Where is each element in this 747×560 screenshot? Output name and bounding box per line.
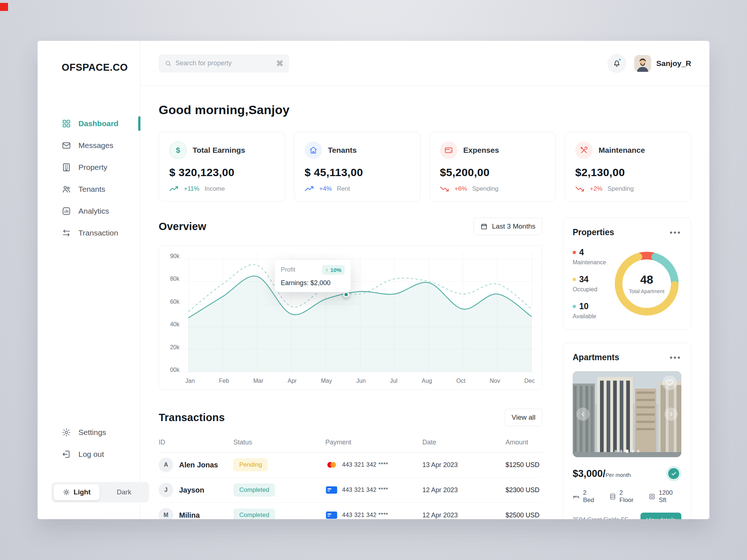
sidebar-item-label: Analytics <box>78 207 109 215</box>
row-payment: 443 321 342 **** <box>342 487 388 493</box>
chart-plot: Profit ↑10% Earnings: $2,000 <box>184 253 536 373</box>
theme-dark-label: Dark <box>117 488 131 496</box>
feature-beds: 2 Bed <box>573 489 599 504</box>
chevron-right-icon <box>668 411 674 417</box>
legend-dot <box>573 251 576 254</box>
sidebar-item-dashboard[interactable]: Dashboard <box>38 113 140 135</box>
more-options-icon[interactable]: ••• <box>670 356 681 359</box>
table-row[interactable]: A Alen Jonas Pending 443 321 342 **** 13… <box>159 452 542 478</box>
x-tick-label: Oct <box>456 378 465 384</box>
view-details-button[interactable]: View details <box>640 513 681 519</box>
y-tick-label: 20k <box>170 344 179 351</box>
dollar-icon: $ <box>169 141 187 159</box>
row-date: 12 Apr 2023 <box>422 512 506 519</box>
notifications-button[interactable] <box>607 54 626 73</box>
sidebar-item-label: Settings <box>78 428 106 437</box>
sidebar-item-messages[interactable]: Messages <box>38 135 140 156</box>
carousel-next-button[interactable] <box>665 408 678 421</box>
row-amount: $2300 USD <box>506 486 542 494</box>
search-icon <box>165 60 172 67</box>
status-badge: Completed <box>233 509 275 519</box>
apartments-title: Apartments <box>573 353 619 362</box>
search-input[interactable] <box>175 59 272 67</box>
trend-up-icon <box>169 186 180 192</box>
row-name: Milina <box>179 511 200 520</box>
view-all-button[interactable]: View all <box>505 409 542 426</box>
stat-value: $2,130,00 <box>575 166 681 179</box>
carousel-dot[interactable] <box>632 450 634 452</box>
stat-value: $ 320,123,00 <box>169 166 275 179</box>
properties-donut: 48 Total Apartment <box>612 249 681 318</box>
heart-icon <box>666 379 673 386</box>
row-payment: 443 321 342 **** <box>342 462 388 468</box>
trend-down-icon <box>440 186 451 192</box>
sun-icon <box>63 489 70 496</box>
carousel-dot[interactable] <box>620 450 623 452</box>
carousel-dot[interactable] <box>626 450 629 453</box>
wallet-card-icon <box>440 141 457 159</box>
transactions-section: Transactions View all ID Status Payment … <box>159 409 542 519</box>
stat-value: $ 45,113,00 <box>305 166 410 179</box>
stat-value: $5,200,00 <box>440 166 545 179</box>
x-tick-label: Nov <box>489 378 500 384</box>
sidebar-item-label: Tenants <box>78 185 105 194</box>
arrow-up-icon: ↑ <box>325 267 328 273</box>
stat-caption: Spending <box>472 185 499 192</box>
theme-light-label: Light <box>74 488 90 496</box>
date-range-button[interactable]: Last 3 Months <box>473 218 542 235</box>
stat-title: Maintenance <box>599 146 645 155</box>
avatar <box>634 55 651 72</box>
chart-marker <box>343 291 349 298</box>
carousel-dot[interactable] <box>637 450 640 452</box>
theme-light-option[interactable]: Light <box>54 484 100 500</box>
legend-item-occupied: 34 Occupied <box>573 275 606 293</box>
stat-title: Tenants <box>328 146 357 155</box>
x-tick-label: Jul <box>390 378 397 384</box>
tooltip-earnings: Earnings: $2,000 <box>281 279 345 287</box>
row-name: Jayson <box>179 486 204 494</box>
overview-chart-svg <box>184 253 536 373</box>
price-period: Per month <box>605 472 631 478</box>
more-options-icon[interactable]: ••• <box>670 231 681 234</box>
stat-delta: +2% <box>590 185 603 192</box>
stat-card-tenants: Tenants $ 45,113,00 +4% Rent <box>294 132 421 202</box>
home-icon <box>305 141 322 159</box>
row-avatar: J <box>159 483 173 497</box>
overview-chart: 90k80k60k40k20k00k Profit ↑10% Earning <box>159 245 542 390</box>
apartments-card: Apartments ••• <box>563 343 691 519</box>
stat-title: Total Earnings <box>193 146 245 155</box>
carousel-prev-button[interactable] <box>576 408 589 421</box>
user-menu[interactable]: Sanjoy_R <box>634 55 691 72</box>
sidebar-item-analytics[interactable]: Analytics <box>38 200 140 222</box>
sidebar-item-label: Property <box>78 163 107 172</box>
table-row[interactable]: J Jayson Completed 443 321 342 **** 12 A… <box>159 478 542 503</box>
sidebar-item-settings[interactable]: Settings <box>38 421 140 443</box>
username: Sanjoy_R <box>656 59 691 68</box>
stat-card-maintenance: Maintenance $2,130,00 +2% Spending <box>565 132 691 202</box>
donut-label: Total Apartment <box>629 288 664 294</box>
apartment-address: 3504 Grant Fields,SF <box>573 517 628 520</box>
properties-title: Properties <box>573 228 614 237</box>
col-amount: Amount <box>506 439 542 446</box>
favorite-button[interactable] <box>662 376 677 390</box>
logout-icon <box>62 450 71 459</box>
x-tick-label: Dec <box>524 378 534 384</box>
floors-icon <box>609 493 616 500</box>
verified-badge <box>666 466 681 481</box>
sidebar-item-transaction[interactable]: Transaction <box>38 222 140 244</box>
tools-icon <box>575 141 593 159</box>
sidebar-item-logout[interactable]: Log out <box>38 443 140 465</box>
stat-caption: Income <box>205 185 225 192</box>
row-payment: 443 321 342 **** <box>342 512 388 518</box>
sidebar-item-property[interactable]: Property <box>38 156 140 178</box>
table-row[interactable]: M Milina Completed 443 321 342 **** 12 A… <box>159 503 542 519</box>
x-tick-label: Mar <box>253 378 263 384</box>
mastercard-icon <box>325 461 338 469</box>
sidebar-item-tenants[interactable]: Tenants <box>38 178 140 200</box>
properties-card: Properties ••• 4 Maintenance 34 <box>563 218 691 330</box>
stat-delta: +11% <box>184 185 200 192</box>
command-key-icon: ⌘ <box>276 59 283 68</box>
carousel-dot[interactable] <box>615 450 617 452</box>
bank-card-icon <box>325 486 338 494</box>
tooltip-badge: ↑10% <box>322 265 345 275</box>
